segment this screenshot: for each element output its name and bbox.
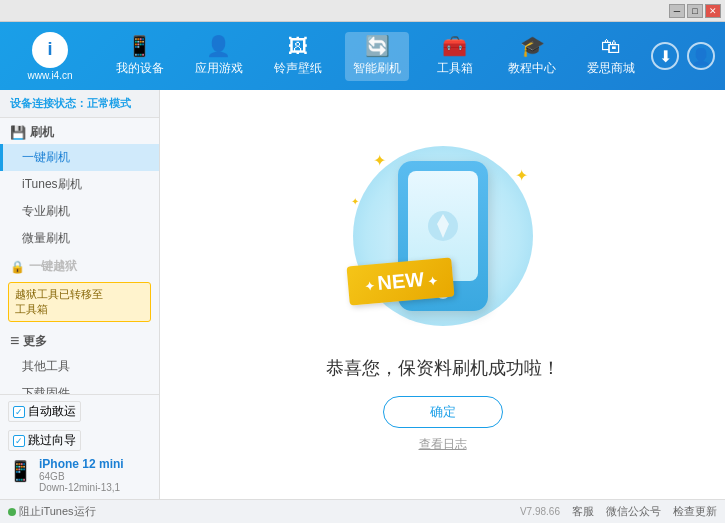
device-details: iPhone 12 mini 64GB Down-12mini-13,1 bbox=[39, 457, 124, 493]
check-update-link[interactable]: 检查更新 bbox=[673, 504, 717, 519]
auto-start-checkbox-label[interactable]: 自动敢运 bbox=[8, 401, 81, 422]
logo-site: www.i4.cn bbox=[27, 70, 72, 81]
nav-toolbox-label: 工具箱 bbox=[437, 60, 473, 77]
more-section-icon: ≡ bbox=[10, 332, 19, 350]
device-status-value: 正常模式 bbox=[87, 97, 131, 109]
daily-log-link[interactable]: 查看日志 bbox=[419, 436, 467, 453]
nav-apps-icon: 👤 bbox=[206, 36, 231, 56]
jailbreak-notice-text: 越狱工具已转移至工具箱 bbox=[15, 288, 103, 315]
skip-wizard-label: 跳过向导 bbox=[28, 432, 76, 449]
phone-device-icon: 📱 bbox=[8, 459, 33, 483]
main-layout: 设备连接状态：正常模式 💾 刷机 一键刷机 iTunes刷机 专业刷机 微量刷机… bbox=[0, 90, 725, 499]
sidebar: 设备连接状态：正常模式 💾 刷机 一键刷机 iTunes刷机 专业刷机 微量刷机… bbox=[0, 90, 160, 499]
confirm-button[interactable]: 确定 bbox=[383, 396, 503, 428]
device-info-row: 📱 iPhone 12 mini 64GB Down-12mini-13,1 bbox=[8, 457, 151, 493]
nav-apps-games[interactable]: 👤 应用游戏 bbox=[187, 32, 251, 81]
version-text: V7.98.66 bbox=[520, 506, 560, 517]
nav-my-device-label: 我的设备 bbox=[116, 60, 164, 77]
skip-wizard-checkbox-label[interactable]: 跳过向导 bbox=[8, 430, 81, 451]
nav-smart-flash-label: 智能刷机 bbox=[353, 60, 401, 77]
sidebar-main: 设备连接状态：正常模式 💾 刷机 一键刷机 iTunes刷机 专业刷机 微量刷机… bbox=[0, 90, 159, 394]
nav-ringtones[interactable]: 🖼 铃声壁纸 bbox=[266, 32, 330, 81]
customer-service-link[interactable]: 客服 bbox=[572, 504, 594, 519]
logo-icon: i bbox=[32, 32, 68, 68]
sidebar-item-other-tools[interactable]: 其他工具 bbox=[0, 353, 159, 380]
sidebar-item-download-fw[interactable]: 下载固件 bbox=[0, 380, 159, 394]
status-bar: 阻止iTunes运行 V7.98.66 客服 微信公众号 检查更新 bbox=[0, 499, 725, 523]
micro-flash-label: 微量刷机 bbox=[22, 231, 70, 245]
auto-start-checkbox[interactable] bbox=[13, 406, 25, 418]
sparkle-2: ✦ bbox=[515, 166, 528, 185]
content-area: ✦ ✦ ✦ NEW 恭喜您，保资料刷机成功啦！ 确定 查看日志 bbox=[160, 90, 725, 499]
checkbox-group: 自动敢运 跳过向导 bbox=[8, 401, 151, 451]
one-click-flash-label: 一键刷机 bbox=[22, 150, 70, 164]
sparkle-3: ✦ bbox=[351, 196, 359, 207]
pro-flash-label: 专业刷机 bbox=[22, 204, 70, 218]
restore-button[interactable]: □ bbox=[687, 4, 703, 18]
device-status-bar: 设备连接状态：正常模式 bbox=[0, 90, 159, 118]
nav-toolbox-icon: 🧰 bbox=[442, 36, 467, 56]
flash-section-icon: 💾 bbox=[10, 125, 26, 140]
sparkle-1: ✦ bbox=[373, 151, 386, 170]
sidebar-flash-header: 💾 刷机 bbox=[0, 118, 159, 144]
auto-start-label: 自动敢运 bbox=[28, 403, 76, 420]
nav-my-device[interactable]: 📱 我的设备 bbox=[108, 32, 172, 81]
nav-apps-label: 应用游戏 bbox=[195, 60, 243, 77]
nav-mall-label: 爱思商城 bbox=[587, 60, 635, 77]
skip-wizard-checkbox[interactable] bbox=[13, 435, 25, 447]
sidebar-item-micro-flash[interactable]: 微量刷机 bbox=[0, 225, 159, 252]
download-button[interactable]: ⬇ bbox=[651, 42, 679, 70]
logo-area[interactable]: i www.i4.cn bbox=[0, 32, 100, 81]
itunes-status-text: 阻止iTunes运行 bbox=[19, 504, 96, 519]
itunes-flash-label: iTunes刷机 bbox=[22, 177, 82, 191]
header: i www.i4.cn 📱 我的设备 👤 应用游戏 🖼 铃声壁纸 🔄 智能刷机 … bbox=[0, 22, 725, 90]
itunes-status-dot bbox=[8, 508, 16, 516]
nav-tutorials-icon: 🎓 bbox=[520, 36, 545, 56]
wechat-link[interactable]: 微信公众号 bbox=[606, 504, 661, 519]
jailbreak-section-title: 一键越狱 bbox=[29, 258, 77, 275]
nav-ringtones-label: 铃声壁纸 bbox=[274, 60, 322, 77]
download-fw-label: 下载固件 bbox=[22, 386, 70, 394]
profile-button[interactable]: 👤 bbox=[687, 42, 715, 70]
header-right: ⬇ 👤 bbox=[651, 42, 725, 70]
sidebar-item-one-click-flash[interactable]: 一键刷机 bbox=[0, 144, 159, 171]
device-status-label: 设备连接状态： bbox=[10, 97, 87, 109]
nav-mall-icon: 🛍 bbox=[601, 36, 621, 56]
device-version: Down-12mini-13,1 bbox=[39, 482, 124, 493]
more-section-title: 更多 bbox=[23, 333, 47, 350]
sidebar-item-itunes-flash[interactable]: iTunes刷机 bbox=[0, 171, 159, 198]
sidebar-more-header: ≡ 更多 bbox=[0, 326, 159, 353]
nav-smart-flash[interactable]: 🔄 智能刷机 bbox=[345, 32, 409, 81]
nav-mall[interactable]: 🛍 爱思商城 bbox=[579, 32, 643, 81]
title-bar: ─ □ ✕ bbox=[0, 0, 725, 22]
nav-smart-flash-icon: 🔄 bbox=[365, 36, 390, 56]
nav-ringtones-icon: 🖼 bbox=[288, 36, 308, 56]
hero-container: ✦ ✦ ✦ NEW bbox=[343, 136, 543, 336]
jailbreak-notice: 越狱工具已转移至工具箱 bbox=[8, 282, 151, 322]
nav-toolbox[interactable]: 🧰 工具箱 bbox=[425, 32, 485, 81]
sidebar-item-pro-flash[interactable]: 专业刷机 bbox=[0, 198, 159, 225]
status-bar-right: V7.98.66 客服 微信公众号 检查更新 bbox=[520, 504, 717, 519]
confirm-button-label: 确定 bbox=[430, 403, 456, 421]
jailbreak-lock-icon: 🔒 bbox=[10, 260, 25, 274]
itunes-status: 阻止iTunes运行 bbox=[8, 504, 96, 519]
flash-section-title: 刷机 bbox=[30, 124, 54, 141]
other-tools-label: 其他工具 bbox=[22, 359, 70, 373]
sidebar-jailbreak-header: 🔒 一键越狱 bbox=[0, 252, 159, 278]
device-storage: 64GB bbox=[39, 471, 124, 482]
nav-my-device-icon: 📱 bbox=[127, 36, 152, 56]
status-bar-left: 阻止iTunes运行 bbox=[8, 504, 520, 519]
minimize-button[interactable]: ─ bbox=[669, 4, 685, 18]
success-message: 恭喜您，保资料刷机成功啦！ bbox=[326, 356, 560, 380]
phone-screen-icon bbox=[423, 206, 463, 246]
nav-tutorials[interactable]: 🎓 教程中心 bbox=[500, 32, 564, 81]
close-button[interactable]: ✕ bbox=[705, 4, 721, 18]
sidebar-device-info: 自动敢运 跳过向导 📱 iPhone 12 mini 64GB Down-12m… bbox=[0, 394, 159, 499]
device-name: iPhone 12 mini bbox=[39, 457, 124, 471]
window-controls: ─ □ ✕ bbox=[669, 4, 721, 18]
nav-tutorials-label: 教程中心 bbox=[508, 60, 556, 77]
nav-bar: 📱 我的设备 👤 应用游戏 🖼 铃声壁纸 🔄 智能刷机 🧰 工具箱 🎓 教程中心… bbox=[100, 22, 651, 90]
